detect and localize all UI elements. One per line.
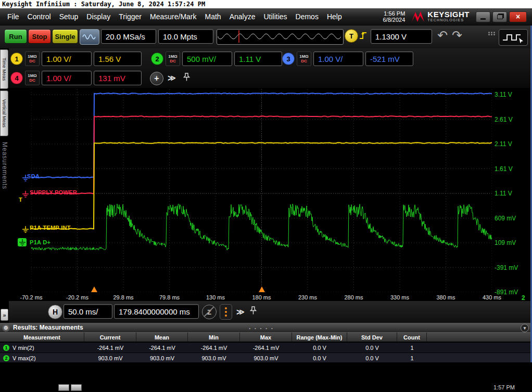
channel-1-scale-field[interactable]: 1.00 V/: [42, 51, 92, 66]
channel-4-coupling[interactable]: 1MΩDC: [25, 71, 40, 85]
column-header-max[interactable]: Max: [240, 332, 292, 342]
column-header-std-dev[interactable]: Std Dev: [347, 332, 397, 342]
measurement-badge: 2: [3, 355, 9, 361]
column-header-count[interactable]: Count: [397, 332, 427, 342]
waveform-capture-button[interactable]: [80, 29, 99, 45]
sidebar-tab-vertical-meas[interactable]: Vertical Meas: [0, 90, 8, 136]
memory-depth-field[interactable]: 10.0 Mpts: [158, 29, 213, 44]
time-label: 130 ms: [197, 294, 234, 300]
horizontal-button[interactable]: H: [48, 305, 62, 319]
add-channel-button[interactable]: +: [150, 72, 163, 85]
trigger-level-marker[interactable]: T: [19, 197, 22, 203]
channel-2-badge[interactable]: 2: [151, 53, 163, 65]
channel-2-scale-field[interactable]: 500 mV/: [182, 51, 232, 66]
column-header-measurement[interactable]: Measurement: [0, 332, 84, 342]
waveform-editor-button[interactable]: [499, 29, 528, 46]
drag-handle[interactable]: . . . . .: [249, 323, 274, 331]
channel-1-offset-field[interactable]: 1.56 V: [94, 51, 142, 66]
bottom-bar: 1:57 PM: [0, 362, 532, 392]
redo-button[interactable]: ↷: [452, 29, 462, 42]
channel-4-badge[interactable]: 4: [10, 72, 23, 84]
voltage-label: 3.11 V: [495, 91, 527, 98]
column-header-min[interactable]: Min: [188, 332, 240, 342]
measurement-row[interactable]: 1V min(2)-264.1 mV-264.1 mV-264.1 mV-264…: [0, 343, 532, 353]
channel-3-scale-field[interactable]: 1.00 V/: [313, 51, 363, 66]
channel-3-badge[interactable]: 3: [282, 53, 295, 65]
menu-utilities[interactable]: Utilities: [259, 8, 291, 25]
measurement-value: 1: [397, 353, 427, 363]
measurement-value: 0.0 V: [292, 353, 347, 363]
pin-icon[interactable]: [183, 73, 190, 84]
menu-file[interactable]: File: [3, 8, 23, 25]
keysight-logo: KEYSIGHT TECHNOLOGIES: [411, 11, 470, 22]
trigger-button[interactable]: T: [345, 29, 358, 43]
window-titlebar: Keysight Infiniium : Saturday, June 8, 2…: [0, 0, 532, 8]
results-column-headers: MeasurementCurrentMeanMinMaxRange (Max-M…: [0, 332, 532, 342]
pin-icon[interactable]: [250, 306, 257, 317]
taskbar-button[interactable]: [58, 384, 69, 391]
menu-control[interactable]: Control: [23, 8, 55, 25]
measurement-value: 0.0 V: [292, 343, 347, 352]
results-panel: ⚙ Results: Measurements . . . . . ▾ Meas…: [0, 323, 532, 362]
menu-help[interactable]: Help: [323, 8, 346, 25]
channel-3-offset-field[interactable]: -521 mV: [365, 51, 413, 66]
measurement-row[interactable]: 2V max(2)903.0 mV903.0 mV903.0 mV903.0 m…: [0, 353, 532, 363]
channel-2-coupling[interactable]: 1MΩDC: [166, 51, 180, 66]
trigger-level-field[interactable]: 1.1300 V: [371, 29, 432, 44]
stop-button[interactable]: Stop: [28, 29, 51, 44]
signal-label-p1a-temp-int: P1A TEMP INT: [30, 225, 71, 231]
waveform-grid[interactable]: [31, 89, 492, 292]
channel-4-offset-field[interactable]: 131 mV: [94, 71, 142, 85]
channel-1-badge[interactable]: 1: [10, 53, 23, 65]
horizontal-position-field[interactable]: 179.8400000000 ms: [114, 304, 199, 319]
measurement-value: 903.0 mV: [188, 353, 240, 363]
menu-demos[interactable]: Demos: [292, 8, 323, 25]
time-label: 29.8 ms: [105, 294, 142, 300]
channel-3-coupling[interactable]: 1MΩDC: [297, 51, 311, 66]
ground-reference-icon[interactable]: [22, 174, 29, 184]
collapse-results-button[interactable]: ▾: [521, 324, 529, 332]
zoom-button[interactable]: Z: [202, 305, 217, 319]
channel-panel: 11MΩDC1.00 V/1.56 V21MΩDC500 mV/1.11 V31…: [0, 48, 532, 88]
channel-row-2: + ≫ 41MΩDC1.00 V/131 mV: [0, 70, 532, 86]
close-button[interactable]: ×: [509, 11, 527, 22]
menu-math[interactable]: Math: [201, 8, 225, 25]
column-header-range-max-min-[interactable]: Range (Max-Min): [292, 332, 347, 342]
sample-rate-field[interactable]: 20.0 MSa/s: [101, 29, 156, 44]
menu-setup[interactable]: Setup: [55, 8, 83, 25]
app-grid-icon[interactable]: [488, 32, 496, 35]
channel-ground-badge[interactable]: [18, 238, 27, 246]
more-channels-chevrons[interactable]: ≫: [168, 73, 176, 83]
taskbar-button[interactable]: [71, 384, 82, 391]
channel-2-controls: 21MΩDC500 mV/1.11 V: [151, 51, 282, 67]
marker-dots-button[interactable]: [220, 304, 232, 320]
menu-measure-mark[interactable]: Measure/Mark: [146, 8, 200, 25]
channel-4-scale-field[interactable]: 1.00 V/: [42, 71, 92, 85]
ground-reference-icon[interactable]: [22, 190, 29, 200]
menu-display[interactable]: Display: [82, 8, 115, 25]
results-title: Results: Measurements: [13, 324, 83, 331]
measurement-name: 1V min(2): [0, 343, 84, 352]
column-header-current[interactable]: Current: [84, 332, 136, 342]
channel-1-coupling[interactable]: 1MΩDC: [25, 51, 40, 66]
minimize-button[interactable]: [476, 11, 490, 22]
trigger-slope-icon[interactable]: [359, 31, 368, 42]
channel-2-offset-field[interactable]: 1.11 V: [234, 51, 282, 66]
menu-trigger[interactable]: Trigger: [115, 8, 146, 25]
single-button[interactable]: Single: [52, 29, 78, 44]
sidebar-expand-button[interactable]: »: [1, 309, 8, 321]
acquisition-preview-strip[interactable]: [217, 29, 344, 45]
run-button[interactable]: Run: [4, 29, 27, 44]
undo-button[interactable]: ↶: [437, 29, 448, 42]
ground-reference-icon[interactable]: [22, 226, 29, 235]
restore-button[interactable]: [492, 11, 507, 22]
menu-analyze[interactable]: Analyze: [225, 8, 260, 25]
gear-icon[interactable]: ⚙: [2, 324, 10, 332]
column-header-mean[interactable]: Mean: [136, 332, 188, 342]
measurement-value: 903.0 mV: [240, 353, 292, 363]
sidebar-tab-time-meas[interactable]: Time Meas: [0, 49, 8, 89]
timebase-field[interactable]: 50.0 ms/: [64, 304, 112, 319]
measurement-value: 903.0 mV: [84, 353, 136, 363]
brand-text: KEYSIGHT TECHNOLOGIES: [427, 11, 470, 22]
more-horizontal-chevrons[interactable]: ≫: [236, 307, 245, 317]
